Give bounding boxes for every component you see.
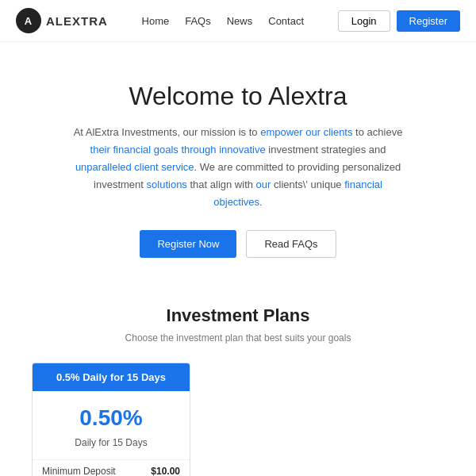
plans-subtitle: Choose the investment plan that best sui… [16, 332, 460, 344]
navbar-actions: Login Register [338, 10, 460, 32]
hero-description: At AlExtra Investments, our mission is t… [71, 124, 405, 211]
plan-card-header: 0.5% Daily for 15 Days [33, 363, 190, 391]
highlight-objectives: objectives [213, 196, 259, 208]
nav-contact[interactable]: Contact [268, 15, 304, 27]
register-nav-button[interactable]: Register [397, 10, 460, 32]
nav-faqs[interactable]: FAQs [185, 15, 211, 27]
hero-section: Welcome to Alextra At AlExtra Investment… [0, 42, 476, 282]
brand-name: ALEXTRA [46, 14, 108, 28]
min-deposit-row: Minimum Deposit $10.00 [33, 460, 190, 476]
hero-buttons: Register Now Read FAQs [63, 230, 413, 258]
min-deposit-value: $10.00 [151, 466, 180, 476]
plan-card: 0.5% Daily for 15 Days 0.50% Daily for 1… [32, 363, 190, 476]
plans-title: Investment Plans [16, 305, 460, 326]
highlight-unparalleled: unparalleled [75, 161, 132, 173]
highlight-financial: financial [344, 178, 382, 190]
highlight-financial-goals: their financial goals through innovative [90, 144, 266, 155]
register-now-button[interactable]: Register Now [140, 230, 236, 258]
brand: A ALEXTRA [16, 8, 108, 33]
plans-section: Investment Plans Choose the investment p… [0, 282, 476, 476]
plan-details: Minimum Deposit $10.00 Maximum Deposit $… [33, 459, 190, 476]
plan-rate-label: Daily for 15 Days [33, 437, 190, 459]
highlight-our: our [256, 178, 271, 190]
highlight-solutions: solutions [147, 178, 187, 190]
hero-title: Welcome to Alextra [63, 82, 413, 111]
highlight-empower: empower our clients [260, 126, 352, 138]
plan-rate: 0.50% [33, 391, 190, 437]
nav-home[interactable]: Home [142, 15, 170, 27]
min-deposit-label: Minimum Deposit [42, 466, 116, 476]
plans-list: 0.5% Daily for 15 Days 0.50% Daily for 1… [16, 363, 460, 476]
login-button[interactable]: Login [338, 10, 390, 32]
nav-news[interactable]: News [227, 15, 253, 27]
read-faqs-button[interactable]: Read FAQs [246, 230, 336, 258]
highlight-client-service: client service [134, 161, 194, 173]
nav-links: Home FAQs News Contact [142, 14, 305, 27]
navbar: A ALEXTRA Home FAQs News Contact Login R… [0, 0, 476, 42]
brand-logo: A [16, 8, 41, 33]
